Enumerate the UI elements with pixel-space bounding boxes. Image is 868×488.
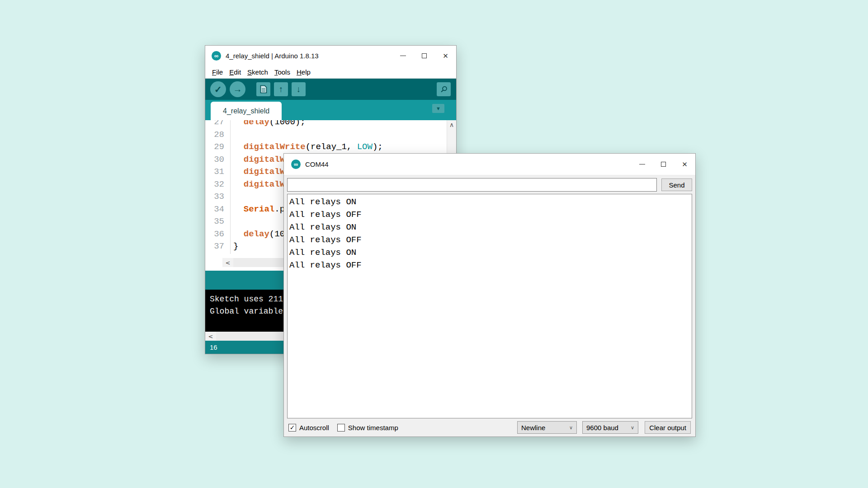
chevron-down-icon: ∨	[624, 425, 634, 431]
magnifier-icon	[440, 85, 448, 94]
check-icon: ✓	[290, 424, 295, 431]
line-number: 36	[205, 229, 231, 242]
ide-window-title: 4_relay_shield | Arduino 1.8.13	[226, 52, 319, 60]
line-number: 31	[205, 167, 231, 179]
line-number: 29	[205, 142, 231, 155]
serial-body: Send All relays ONAll relays OFFAll rela…	[284, 175, 695, 436]
arduino-logo-icon: ∞	[212, 51, 221, 61]
line-number: 28	[205, 130, 231, 142]
chevron-down-icon: ∨	[563, 425, 573, 431]
scroll-left-arrow-icon[interactable]: <	[205, 332, 216, 341]
tab-label: 4_relay_shield	[223, 107, 269, 115]
serial-monitor-window: ∞ COM44 ✕ Send All relays ONAll relays O…	[283, 153, 696, 437]
serial-line: All relays OFF	[289, 234, 692, 246]
scroll-left-arrow-icon[interactable]: <	[222, 258, 233, 267]
ide-close-button[interactable]: ✕	[435, 46, 456, 66]
maximize-icon	[661, 162, 666, 167]
code-text: digitalWrite(relay_1, LOW);	[231, 142, 383, 155]
tab-4-relay-shield[interactable]: 4_relay_shield	[211, 102, 282, 120]
serial-minimize-button[interactable]	[632, 154, 653, 175]
up-arrow-icon: ↑	[279, 84, 283, 94]
minimize-icon	[400, 56, 406, 56]
tab-strip: 4_relay_shield ▼	[205, 100, 456, 120]
arduino-logo-icon: ∞	[291, 160, 301, 169]
serial-line: All relays OFF	[289, 259, 692, 272]
check-icon: ✓	[214, 84, 222, 95]
code-line[interactable]: 29 digitalWrite(relay_1, LOW);	[205, 142, 456, 155]
clear-output-button[interactable]: Clear output	[645, 421, 691, 434]
maximize-icon	[422, 53, 427, 58]
code-text	[231, 130, 233, 142]
serial-maximize-button[interactable]	[653, 154, 674, 175]
line-number: 35	[205, 216, 231, 229]
baud-rate-value: 9600 baud	[586, 424, 618, 432]
serial-monitor-button[interactable]	[437, 82, 451, 96]
document-icon	[260, 85, 267, 94]
open-button[interactable]: ↑	[274, 82, 288, 96]
chevron-down-icon: ▼	[436, 106, 441, 111]
code-text: }	[231, 241, 238, 254]
serial-line: All relays ON	[289, 246, 692, 259]
code-line[interactable]: 27 delay(1000);	[205, 120, 456, 130]
verify-button[interactable]: ✓	[210, 81, 226, 97]
serial-close-button[interactable]: ✕	[674, 154, 695, 175]
menu-bar: FileEditSketchToolsHelp	[205, 66, 456, 79]
current-line-number: 16	[210, 343, 217, 351]
scroll-up-arrow-icon[interactable]: ∧	[447, 120, 456, 129]
minimize-icon	[639, 164, 645, 164]
code-text: delay(1000);	[231, 120, 306, 130]
ide-maximize-button[interactable]	[414, 46, 435, 66]
send-button[interactable]: Send	[661, 178, 692, 191]
serial-output-area[interactable]: All relays ONAll relays OFFAll relays ON…	[287, 194, 692, 418]
code-text	[231, 216, 233, 229]
close-icon: ✕	[682, 160, 688, 169]
menu-tools[interactable]: Tools	[271, 67, 293, 77]
serial-window-title: COM44	[305, 160, 329, 168]
serial-titlebar[interactable]: ∞ COM44 ✕	[284, 154, 695, 175]
code-text: delay(100	[231, 229, 290, 242]
autoscroll-label: Autoscroll	[299, 424, 329, 432]
serial-line: All relays ON	[289, 221, 692, 234]
new-sketch-button[interactable]	[256, 82, 270, 96]
line-number: 30	[205, 155, 231, 167]
line-number: 33	[205, 192, 231, 204]
line-number: 34	[205, 204, 231, 217]
save-button[interactable]: ↓	[292, 82, 306, 96]
show-timestamp-label: Show timestamp	[348, 424, 398, 432]
serial-send-input[interactable]	[287, 178, 657, 192]
code-line[interactable]: 28	[205, 130, 456, 142]
baud-rate-select[interactable]: 9600 baud ∨	[582, 421, 638, 434]
menu-help[interactable]: Help	[293, 67, 314, 77]
ide-titlebar[interactable]: ∞ 4_relay_shield | Arduino 1.8.13 ✕	[205, 46, 456, 66]
tab-list-dropdown-button[interactable]: ▼	[432, 104, 444, 113]
serial-line: All relays OFF	[289, 208, 692, 221]
code-text	[231, 192, 233, 204]
down-arrow-icon: ↓	[297, 84, 301, 94]
line-number: 37	[205, 241, 231, 254]
code-text: digitalWr	[231, 167, 290, 179]
show-timestamp-checkbox[interactable]	[337, 424, 345, 432]
upload-button[interactable]: →	[230, 81, 245, 97]
code-text: Serial.pr	[231, 204, 290, 217]
ide-toolbar: ✓ → ↑ ↓	[205, 79, 456, 100]
right-arrow-icon: →	[233, 84, 242, 94]
line-number: 32	[205, 179, 231, 192]
line-ending-select[interactable]: Newline ∨	[517, 421, 577, 434]
serial-line: All relays ON	[289, 196, 692, 208]
menu-file[interactable]: File	[209, 67, 226, 77]
line-ending-value: Newline	[521, 424, 545, 432]
autoscroll-checkbox[interactable]: ✓	[288, 424, 296, 432]
line-number: 27	[205, 120, 231, 130]
close-icon: ✕	[443, 52, 448, 60]
code-text: digitalWr	[231, 179, 290, 192]
menu-sketch[interactable]: Sketch	[244, 67, 271, 77]
ide-minimize-button[interactable]	[392, 46, 414, 66]
code-text: digitalWr	[231, 155, 290, 167]
serial-bottom-bar: ✓ Autoscroll Show timestamp Newline ∨ 96…	[287, 418, 692, 436]
menu-edit[interactable]: Edit	[226, 67, 244, 77]
